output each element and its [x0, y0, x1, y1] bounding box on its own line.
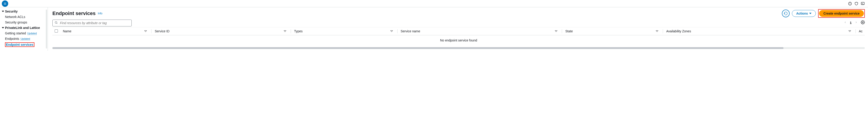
hamburger-icon [3, 2, 7, 5]
sidebar-item-endpoints[interactable]: Endpoints Updated [0, 36, 48, 41]
sidebar-item-label: Endpoint services [6, 43, 33, 47]
highlight-box: Create endpoint service [818, 9, 865, 18]
main-content: Endpoint services Info Actions Create en… [48, 7, 868, 51]
svg-marker-18 [656, 31, 658, 32]
sidebar-item-label: Endpoints [5, 37, 19, 40]
hamburger-menu-button[interactable] [2, 0, 8, 7]
svg-point-13 [862, 22, 863, 23]
sidebar-item-getting-started[interactable]: Getting started Updated [0, 31, 48, 36]
svg-marker-19 [849, 31, 851, 32]
sidebar-item-label: Network ACLs [5, 15, 25, 19]
filter-icon[interactable] [145, 29, 147, 33]
column-label: Service name [401, 29, 554, 33]
filter-icon[interactable] [284, 29, 286, 33]
select-all-checkbox[interactable] [55, 29, 58, 33]
column-header-state[interactable]: State [560, 27, 660, 35]
filter-icon[interactable] [555, 29, 557, 33]
sidebar-item-network-acls[interactable]: Network ACLs [0, 14, 48, 20]
column-label: State [565, 29, 654, 33]
column-label: Types [294, 29, 389, 33]
column-label: Availability Zones [666, 29, 847, 33]
empty-state-row: No endpoint service found [53, 35, 865, 45]
column-label: Ac [859, 29, 863, 33]
svg-point-11 [55, 22, 57, 23]
search-box [53, 20, 185, 26]
search-input[interactable] [53, 20, 132, 26]
sidebar-group-security[interactable]: Security [0, 9, 48, 14]
gear-icon [861, 20, 865, 24]
caret-down-icon [2, 10, 4, 12]
updated-badge: Updated [21, 37, 30, 40]
svg-marker-16 [391, 31, 393, 32]
shield-icon [854, 2, 859, 6]
create-endpoint-service-button[interactable]: Create endpoint service [819, 10, 864, 17]
sidebar-item-label: Getting started [5, 31, 26, 35]
sidebar-group-label: PrivateLink and Lattice [5, 26, 40, 30]
help-button[interactable] [848, 2, 852, 6]
cloudshell-button[interactable] [861, 2, 865, 6]
search-icon [55, 21, 58, 25]
svg-marker-14 [145, 31, 147, 32]
caret-down-icon [2, 27, 4, 29]
terminal-icon [861, 2, 865, 6]
updated-badge: Updated [27, 32, 37, 35]
scrollbar-thumb[interactable] [53, 47, 783, 49]
create-label: Create endpoint service [823, 11, 860, 15]
column-header-availability-zones[interactable]: Availability Zones [660, 27, 853, 35]
info-link[interactable]: Info [98, 12, 102, 15]
chevron-left-icon [844, 21, 846, 24]
empty-message: No endpoint service found [53, 35, 865, 45]
sidebar-group-label: Security [5, 9, 18, 13]
svg-marker-8 [2, 11, 4, 12]
next-page-button[interactable] [854, 20, 859, 25]
sidebar-group-privatelink[interactable]: PrivateLink and Lattice [0, 25, 48, 31]
actions-dropdown-button[interactable]: Actions [792, 10, 816, 17]
endpoint-services-table: Name Service ID Types Service name State… [53, 27, 865, 45]
sidebar-item-label: Security groups [5, 21, 27, 24]
refresh-button[interactable] [782, 9, 789, 17]
column-header-name[interactable]: Name [61, 27, 149, 35]
column-label: Name [63, 29, 71, 33]
filter-icon[interactable] [391, 29, 393, 33]
page-header: Endpoint services Info Actions Create en… [53, 9, 865, 18]
sidebar-scrollbar[interactable] [46, 9, 47, 49]
svg-line-12 [57, 23, 57, 24]
table-settings-button[interactable] [861, 20, 865, 25]
refresh-icon [784, 11, 788, 16]
highlight-box: Endpoint services [5, 42, 34, 47]
caret-down-icon [809, 12, 811, 14]
horizontal-scrollbar[interactable] [53, 47, 865, 49]
page-number: 1 [850, 21, 851, 25]
topbar [0, 0, 868, 7]
sidebar-item-endpoint-services[interactable]: Endpoint services [0, 41, 48, 48]
info-circle-icon [848, 2, 852, 6]
chevron-right-icon [855, 21, 858, 24]
svg-marker-17 [555, 31, 557, 32]
actions-label: Actions [796, 11, 808, 15]
column-header-overflow[interactable]: Ac [853, 27, 865, 35]
filter-icon[interactable] [849, 29, 851, 33]
shield-button[interactable] [854, 2, 859, 6]
column-header-types[interactable]: Types [288, 27, 395, 35]
column-label: Service ID [155, 29, 282, 33]
filter-icon[interactable] [656, 29, 658, 33]
svg-marker-15 [284, 31, 286, 32]
svg-marker-10 [809, 13, 811, 14]
sidebar: Security Network ACLs Security groups Pr… [0, 7, 48, 51]
page-title: Endpoint services [53, 10, 96, 17]
column-header-service-id[interactable]: Service ID [149, 27, 288, 35]
svg-marker-9 [2, 27, 4, 28]
column-header-service-name[interactable]: Service name [395, 27, 560, 35]
sidebar-item-security-groups[interactable]: Security groups [0, 20, 48, 25]
prev-page-button[interactable] [843, 20, 847, 25]
